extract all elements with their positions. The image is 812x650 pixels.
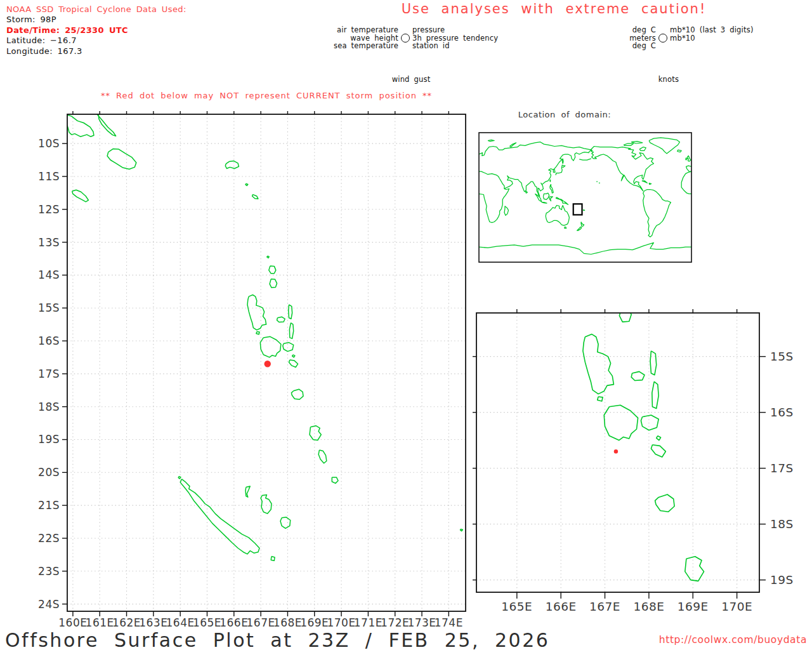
unit-mb10-tendency: mb*10: [670, 34, 695, 43]
coastline-makira: [107, 149, 136, 169]
legend-air-temperature: air temperature: [273, 26, 398, 34]
coastline-cuba: [642, 181, 647, 183]
main-lon-label: 167E: [247, 616, 275, 629]
coastline-aleutians: [579, 159, 591, 160]
main-tick-labels: 160E161E162E163E164E165E166E167E168E169E…: [38, 137, 463, 629]
main-lat-label: 18S: [38, 401, 60, 413]
coastline-sri-lanka: [526, 191, 528, 193]
coastline-nc-tip: [178, 477, 181, 479]
coastline-greenland: [649, 138, 679, 154]
main-lon-label: 164E: [166, 616, 195, 629]
coastline-efate: [655, 494, 675, 512]
zoom-lon-label: 168E: [633, 600, 664, 613]
main-lon-label: 160E: [58, 616, 87, 629]
coastline-maewo: [650, 351, 657, 375]
coastline-svalbard: [488, 140, 494, 141]
coastline-paama: [657, 436, 661, 441]
coastline-paama: [292, 355, 295, 357]
coastline-fiji: [584, 209, 585, 210]
storm-info-block: NOAA SSD Tropical Cyclone Data Used: Sto…: [6, 4, 187, 56]
coastline-arctic-1: [624, 143, 634, 145]
coastline-vanikoro: [252, 194, 258, 199]
zoom-lon-label: 167E: [589, 600, 620, 613]
zoom-lon-label: 166E: [546, 600, 577, 613]
zoom-lat-label: 16S: [770, 406, 794, 419]
coastline-nz-south: [577, 227, 582, 231]
unit-deg-c-air: deg C: [530, 26, 656, 34]
main-lat-label: 17S: [38, 368, 60, 380]
coastline-espiritu-santo: [247, 295, 266, 330]
coastline-gaua: [270, 279, 277, 288]
coastline-baffin: [639, 147, 646, 151]
main-lat-label: 13S: [38, 236, 60, 249]
coastline-malekula: [260, 336, 281, 357]
main-lon-label: 171E: [354, 616, 383, 629]
coastline-africa: [479, 189, 509, 222]
zoom-lon-label: 165E: [501, 600, 532, 613]
coastline-ambrym: [283, 343, 294, 352]
caution-title: Use analyses with extreme caution!: [391, 1, 716, 17]
coastline-malo: [256, 332, 259, 335]
zoom-coastlines: [287, 27, 812, 650]
coastline-rennell: [72, 190, 89, 202]
unit-deg-c-sea: deg C: [530, 42, 656, 50]
coastline-ireland: [686, 158, 688, 160]
zoom-lat-label: 17S: [770, 461, 794, 475]
coastline-north-america: [591, 147, 654, 191]
coastline-java: [542, 202, 547, 203]
coastline-australia: [546, 206, 569, 226]
plot-title: Offshore Surface Plot at 23Z / FEB 25, 2…: [5, 629, 549, 650]
zoom-lat-label: 19S: [770, 573, 794, 587]
storm-position-warning: ** Red dot below may NOT represent CURRE…: [67, 91, 466, 100]
coastline-isle-of-pines: [271, 557, 275, 561]
coastline-erromango: [310, 426, 321, 441]
main-lon-label: 174E: [435, 616, 463, 629]
coastline-ouvea: [246, 486, 250, 497]
coastline-iceland: [678, 150, 682, 152]
coastline-malo: [598, 397, 603, 401]
coastline-new-caledonia: [180, 479, 259, 554]
coastline-mota-lava: [267, 256, 269, 258]
zoom-gridlines: [476, 313, 759, 592]
coastline-pentecost: [289, 323, 293, 339]
domain-location-box: [573, 204, 582, 215]
main-lat-label: 19S: [38, 433, 60, 446]
coastline-new-guinea: [556, 197, 568, 204]
main-lon-label: 168E: [273, 616, 302, 629]
coastline-vanua-lava: [269, 266, 276, 274]
coastline-maewo: [289, 305, 292, 319]
coastline-epi: [289, 360, 298, 367]
coastline-malekula: [604, 405, 638, 440]
zoom-tick-labels: 165E166E167E168E169E170E15S16S17S18S19S: [501, 350, 793, 613]
main-lat-label: 15S: [38, 302, 60, 314]
main-lon-label: 161E: [86, 616, 114, 629]
main-lat-label: 14S: [38, 269, 60, 281]
world-map: [479, 133, 691, 262]
legend-sea-temperature: sea temperature: [273, 42, 398, 50]
coastline-taiwan: [550, 180, 551, 182]
coastline-hispaniola: [649, 183, 652, 184]
main-lat-label: 21S: [38, 499, 60, 512]
coastline-lifou: [261, 495, 272, 514]
coastline-efate: [291, 389, 303, 399]
coastline-aneityum: [332, 477, 338, 483]
coastline-aoba: [277, 317, 285, 322]
coastline-tinakula: [246, 183, 248, 185]
main-map: 160E161E162E163E164E165E166E167E168E169E…: [38, 111, 466, 629]
storm-position-dot: [614, 449, 618, 453]
storm-id-line: Storm: 98P: [6, 15, 187, 25]
zoom-map-frame: [476, 313, 759, 592]
zoom-lat-label: 18S: [770, 517, 794, 531]
source-url: http://coolwx.com/buoydata: [659, 634, 807, 646]
station-model-legend: air temperature pressure wave height 3h …: [273, 26, 546, 50]
unit-knots: knots: [642, 76, 695, 84]
coastline-borneo: [543, 193, 549, 199]
coastline-africa-w: [681, 171, 691, 194]
main-lon-label: 163E: [139, 616, 167, 629]
inset-map-label: Location of domain:: [473, 110, 657, 119]
main-lon-label: 173E: [407, 616, 436, 629]
coastline-gaua: [619, 307, 631, 322]
data-source-line: NOAA SSD Tropical Cyclone Data Used:: [6, 4, 187, 15]
coastline-nz-north: [581, 222, 584, 227]
main-lon-label: 162E: [112, 616, 141, 629]
